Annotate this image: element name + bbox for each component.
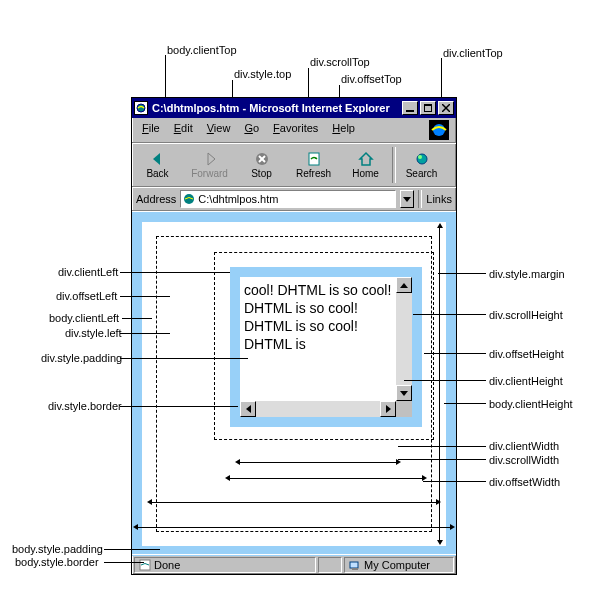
- home-button[interactable]: Home: [340, 145, 392, 185]
- address-label: Address: [136, 193, 176, 205]
- scroll-left-button[interactable]: [240, 401, 256, 417]
- lbl-div-scrollTop: div.scrollTop: [310, 56, 370, 68]
- svg-point-10: [418, 155, 422, 159]
- address-text: C:\dhtmlpos.htm: [198, 193, 278, 205]
- svg-rect-14: [352, 568, 358, 570]
- status-slot: [318, 557, 342, 573]
- address-bar: Address C:\dhtmlpos.htm Links: [132, 187, 456, 211]
- menu-help[interactable]: Help: [326, 120, 361, 140]
- toolbar: Back Forward Stop Refresh Home Search: [132, 143, 456, 187]
- done-icon: [139, 559, 151, 571]
- lbl-div-clientTop: div.clientTop: [443, 47, 503, 59]
- lbl-body-style-padding: body.style.padding: [12, 543, 103, 555]
- lbl-div-offsetWidth: div.offsetWidth: [489, 476, 560, 488]
- page-body: is so cool! DHTML is so cool! DHTML is s…: [142, 222, 446, 546]
- svg-point-4: [433, 124, 445, 136]
- lbl-div-offsetTop: div.offsetTop: [341, 73, 402, 85]
- lbl-div-scrollWidth: div.scrollWidth: [489, 454, 559, 466]
- ie-doc-icon: [134, 101, 148, 115]
- div-content: is so cool! DHTML is so cool! DHTML is s…: [244, 277, 396, 353]
- lbl-body-clientHeight: body.clientHeight: [489, 398, 573, 410]
- lbl-div-scrollHeight: div.scrollHeight: [489, 309, 563, 321]
- scroll-right-button[interactable]: [380, 401, 396, 417]
- scroll-up-button[interactable]: [396, 277, 412, 293]
- status-bar: Done My Computer: [132, 554, 456, 574]
- status-done: Done: [134, 557, 316, 573]
- stop-button[interactable]: Stop: [236, 145, 288, 185]
- lbl-div-style-padding: div.style.padding: [41, 352, 122, 364]
- window-title: C:\dhtmlpos.htm - Microsoft Internet Exp…: [152, 102, 400, 114]
- minimize-button[interactable]: [402, 101, 418, 115]
- lbl-div-style-top: div.style.top: [234, 68, 291, 80]
- lbl-div-style-left: div.style.left: [65, 327, 122, 339]
- div-inner: is so cool! DHTML is so cool! DHTML is s…: [240, 277, 412, 417]
- search-button[interactable]: Search: [396, 145, 448, 185]
- lbl-div-clientWidth: div.clientWidth: [489, 440, 559, 452]
- lbl-div-style-border: div.style.border: [48, 400, 122, 412]
- menu-go[interactable]: Go: [238, 120, 265, 140]
- demo-div: is so cool! DHTML is so cool! DHTML is s…: [230, 267, 422, 427]
- diagram-stage: body.clientTop div.style.top div.scrollT…: [0, 0, 609, 602]
- scroll-down-button[interactable]: [396, 385, 412, 401]
- links-label[interactable]: Links: [426, 193, 452, 205]
- lbl-div-offsetLeft: div.offsetLeft: [56, 290, 117, 302]
- body-border: is so cool! DHTML is so cool! DHTML is s…: [132, 212, 456, 556]
- lbl-body-clientTop: body.clientTop: [167, 44, 237, 56]
- title-bar: C:\dhtmlpos.htm - Microsoft Internet Exp…: [132, 98, 456, 118]
- back-button[interactable]: Back: [132, 145, 184, 185]
- lbl-div-clientHeight: div.clientHeight: [489, 375, 563, 387]
- url-icon: [183, 193, 195, 205]
- lbl-div-style-margin: div.style.margin: [489, 268, 565, 280]
- menu-favorites[interactable]: Favorites: [267, 120, 324, 140]
- lbl-body-clientLeft: body.clientLeft: [49, 312, 119, 324]
- ie-logo-icon: [426, 120, 452, 140]
- svg-rect-13: [350, 562, 358, 568]
- scroll-corner: [396, 401, 412, 417]
- menu-view[interactable]: View: [201, 120, 237, 140]
- my-computer-icon: [349, 559, 361, 571]
- maximize-button[interactable]: [420, 101, 436, 115]
- svg-point-9: [417, 154, 427, 164]
- content-area: is so cool! DHTML is so cool! DHTML is s…: [132, 211, 456, 556]
- lbl-div-clientLeft: div.clientLeft: [58, 266, 118, 278]
- v-scrollbar[interactable]: [396, 277, 412, 401]
- address-dropdown[interactable]: [400, 190, 414, 208]
- lbl-body-style-border: body.style.border: [15, 556, 99, 568]
- svg-rect-8: [309, 153, 319, 165]
- forward-button[interactable]: Forward: [184, 145, 236, 185]
- lbl-div-offsetHeight: div.offsetHeight: [489, 348, 564, 360]
- menu-edit[interactable]: Edit: [168, 120, 199, 140]
- status-zone: My Computer: [344, 557, 454, 573]
- address-field[interactable]: C:\dhtmlpos.htm: [180, 190, 396, 208]
- close-button[interactable]: [438, 101, 454, 115]
- h-scrollbar[interactable]: [240, 401, 396, 417]
- menu-file[interactable]: File: [136, 120, 166, 140]
- refresh-button[interactable]: Refresh: [288, 145, 340, 185]
- browser-window: C:\dhtmlpos.htm - Microsoft Internet Exp…: [131, 97, 457, 575]
- menu-bar: File Edit View Go Favorites Help: [132, 118, 456, 143]
